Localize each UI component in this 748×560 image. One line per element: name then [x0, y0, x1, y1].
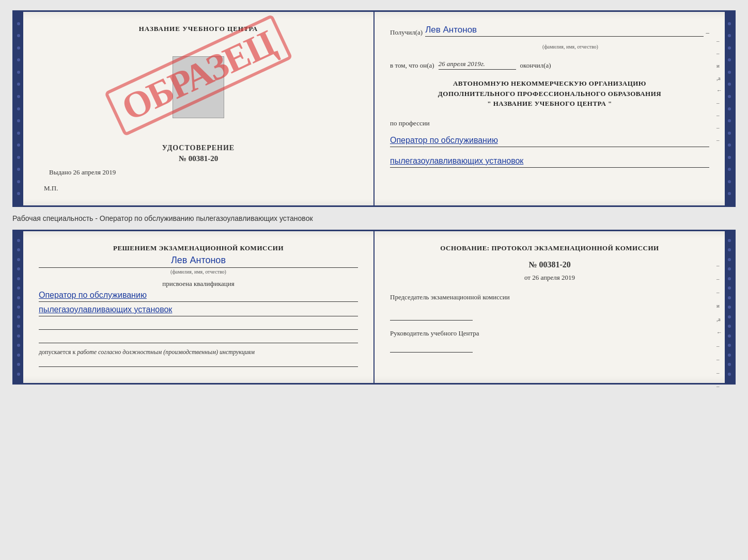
- bottom-document: Решением экзаменационной комиссии Лев Ан…: [12, 230, 736, 385]
- side-mark-i: и: [716, 62, 722, 69]
- vydano-label: Выдано: [49, 168, 71, 176]
- ot-date: от 26 апреля 2019: [390, 274, 709, 282]
- org-line2: ДОПОЛНИТЕЛЬНОГО ПРОФЕССИОНАЛЬНОГО ОБРАЗО…: [390, 89, 709, 99]
- poluchil-label: Получил(а): [390, 28, 423, 37]
- okoncil-label: окончил(а): [520, 61, 551, 70]
- osnovanie-title: Основание: протокол экзаменационной коми…: [390, 244, 709, 252]
- side-mark-dash4: –: [716, 112, 722, 118]
- dopuskaetsya-text: допускается к работе согласно должностны…: [39, 347, 358, 357]
- side-mark-arrow: ←: [716, 87, 722, 93]
- poluchil-dash: –: [706, 28, 710, 37]
- poluchil-name: Лев Антонов: [425, 25, 703, 37]
- fio-sub2: (фамилия, имя, отчество): [39, 269, 358, 275]
- doc-left-page: НАЗВАНИЕ УЧЕБНОГО ЦЕНТРА ОБРАЗЕЦ УДОСТОВ…: [23, 12, 375, 205]
- vtom-line: в том, что он(а) 26 апреля 2019г. окончи…: [390, 60, 709, 70]
- profession-line2: пылегазоулавливающих установок: [390, 156, 709, 168]
- dopuskaetsya-italic: работе согласно должностным (производств…: [77, 348, 255, 356]
- predsedatel-sig-line: [390, 310, 473, 321]
- udostoverenie-number: № 00381-20: [162, 154, 235, 163]
- doc-right-page: Получил(а) Лев Антонов – (фамилия, имя, …: [375, 12, 725, 205]
- spine-right: [725, 12, 734, 205]
- side-mark-dash3: –: [716, 100, 722, 106]
- qual-line2: пылегазоулавливающих установок: [39, 305, 358, 316]
- side-mark-dash2: –: [716, 50, 722, 56]
- side-mark-dash3b: –: [716, 289, 722, 295]
- spine-left: [14, 12, 23, 205]
- blank-line2: [39, 333, 358, 343]
- rukovoditel-sig-line: [390, 342, 473, 353]
- page-wrapper: НАЗВАНИЕ УЧЕБНОГО ЦЕНТРА ОБРАЗЕЦ УДОСТОВ…: [12, 10, 736, 385]
- dopuskaetsya-prefix: допускается к: [39, 348, 75, 356]
- vydano-line: Выдано 26 апреля 2019: [39, 168, 116, 177]
- side-mark-dash4b: –: [716, 343, 722, 349]
- side-mark-dash1b: –: [716, 262, 722, 268]
- side-mark-dash5: –: [716, 124, 722, 131]
- bot-right-page: Основание: протокол экзаменационной коми…: [375, 231, 725, 383]
- qual-line1: Оператор по обслуживанию: [39, 291, 358, 302]
- ot-label: от: [524, 274, 531, 281]
- protokol-number: № 00381-20: [390, 260, 709, 269]
- vtom-date: 26 апреля 2019г.: [439, 60, 516, 70]
- org-line1: АВТОНОМНУЮ НЕКОММЕРЧЕСКУЮ ОРГАНИЗАЦИЮ: [390, 78, 709, 89]
- side-mark-a: ,а: [716, 75, 722, 81]
- side-mark-dash5b: –: [716, 356, 722, 362]
- spine-right-bot: [725, 231, 734, 383]
- mp-line: М.П.: [39, 184, 58, 193]
- ot-date-value: 26 апреля 2019: [532, 274, 575, 281]
- poluchil-line: Получил(а) Лев Антонов –: [390, 25, 709, 37]
- org-name: " НАЗВАНИЕ УЧЕБНОГО ЦЕНТРА ": [390, 99, 709, 109]
- fio-subtitle-top: (фамилия, имя, отчество): [431, 44, 709, 50]
- udostoverenie-label: УДОСТОВЕРЕНИЕ: [162, 144, 235, 152]
- caption-line: Рабочая специальность - Оператор по обсл…: [12, 212, 736, 225]
- person-name-big: Лев Антонов: [39, 255, 358, 268]
- blank-line3: [39, 357, 358, 367]
- stamp-area: ОБРАЗЕЦ УДОСТОВЕРЕНИЕ № 00381-20: [39, 46, 358, 163]
- side-mark-dash1: –: [716, 38, 722, 44]
- side-marks-top: – – и ,а ← – – – –: [716, 38, 722, 143]
- udostoverenie-block: УДОСТОВЕРЕНИЕ № 00381-20: [162, 144, 235, 163]
- spine-left-bot: [14, 231, 23, 383]
- photo-placeholder: [173, 56, 224, 118]
- profession-line1: Оператор по обслуживанию: [390, 136, 709, 147]
- rukovoditel-label: Руководитель учебного Центра: [390, 328, 709, 339]
- side-mark-ab: ,а: [716, 316, 722, 322]
- side-marks-bot: – – – и ,а ← – – – –: [716, 262, 722, 389]
- prisvoena-label: присвоена квалификация: [39, 280, 358, 288]
- side-mark-arrowb: ←: [716, 329, 722, 335]
- resheniem-title: Решением экзаменационной комиссии: [39, 244, 358, 252]
- training-center-title: НАЗВАНИЕ УЧЕБНОГО ЦЕНТРА: [139, 25, 258, 33]
- po-professii-label: по профессии: [390, 119, 709, 127]
- predsedatel-label: Председатель экзаменационной комиссии: [390, 292, 709, 302]
- top-document: НАЗВАНИЕ УЧЕБНОГО ЦЕНТРА ОБРАЗЕЦ УДОСТОВ…: [12, 10, 736, 207]
- bot-left-page: Решением экзаменационной комиссии Лев Ан…: [23, 231, 375, 383]
- org-block: АВТОНОМНУЮ НЕКОММЕРЧЕСКУЮ ОРГАНИЗАЦИЮ ДО…: [390, 78, 709, 109]
- side-mark-dash6b: –: [716, 370, 722, 376]
- side-mark-dash7b: –: [716, 383, 722, 389]
- side-mark-ib: и: [716, 302, 722, 309]
- side-mark-dash2b: –: [716, 276, 722, 282]
- vtom-label: в том, что он(а): [390, 61, 434, 70]
- blank-line1: [39, 319, 358, 330]
- vydano-date: 26 апреля 2019: [73, 168, 116, 176]
- side-mark-dash6: –: [716, 137, 722, 143]
